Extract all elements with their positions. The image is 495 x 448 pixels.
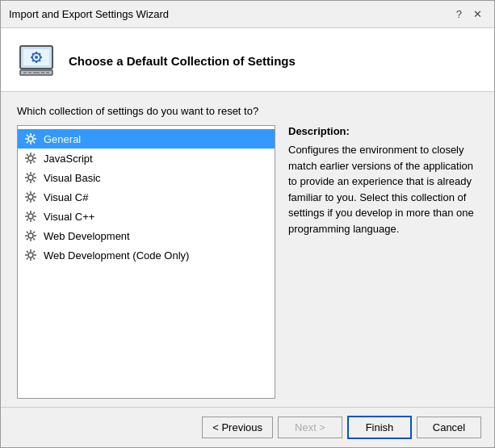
gear-icon: [24, 249, 37, 262]
list-item-label: Visual Basic: [44, 172, 101, 184]
footer: < Previous Next > Finish Cancel: [1, 407, 494, 447]
svg-line-52: [33, 193, 35, 195]
list-item[interactable]: General: [18, 129, 275, 149]
header-title: Choose a Default Collection of Settings: [69, 54, 296, 68]
svg-line-78: [33, 257, 35, 259]
svg-line-17: [32, 60, 34, 61]
list-item[interactable]: Visual C#: [18, 187, 275, 207]
svg-line-32: [27, 154, 28, 156]
list-item-label: Visual C++: [44, 211, 94, 223]
svg-point-36: [28, 175, 33, 180]
svg-line-61: [33, 212, 35, 214]
gear-icon: [24, 191, 37, 203]
settings-icon: [17, 41, 56, 80]
gear-icon: [24, 132, 37, 145]
svg-line-68: [27, 232, 28, 233]
svg-line-59: [27, 212, 28, 214]
svg-rect-4: [28, 72, 31, 73]
svg-line-60: [33, 219, 35, 220]
svg-line-33: [33, 161, 35, 162]
svg-point-54: [28, 214, 33, 219]
description-panel: Description: Configures the environment …: [288, 125, 478, 399]
title-bar: Import and Export Settings Wizard ? ✕: [1, 1, 494, 28]
close-button[interactable]: ✕: [469, 7, 486, 21]
title-bar-left: Import and Export Settings Wizard: [9, 8, 169, 20]
svg-line-35: [27, 161, 28, 162]
header-section: Choose a Default Collection of Settings: [1, 28, 494, 92]
svg-line-15: [39, 60, 40, 61]
list-item-label: General: [44, 133, 81, 145]
gear-icon: [24, 171, 37, 184]
svg-rect-7: [46, 72, 49, 73]
svg-rect-3: [23, 72, 27, 73]
help-button[interactable]: ?: [452, 7, 466, 21]
list-item[interactable]: Web Development (Code Only): [18, 245, 275, 265]
prompt-text: Which collection of settings do you want…: [17, 105, 478, 117]
svg-line-79: [33, 251, 35, 253]
svg-line-42: [33, 180, 35, 182]
list-item-label: Visual C#: [44, 191, 88, 203]
list-item[interactable]: JavaScript: [18, 149, 275, 168]
content-area: Which collection of settings do you want…: [1, 92, 494, 407]
svg-line-77: [27, 251, 28, 253]
list-item[interactable]: Web Development: [18, 226, 275, 245]
svg-line-24: [33, 141, 35, 143]
gear-icon: [24, 152, 37, 165]
next-button[interactable]: Next >: [278, 417, 342, 438]
svg-line-53: [27, 199, 28, 201]
svg-line-51: [33, 199, 35, 201]
svg-line-14: [32, 53, 34, 55]
settings-list[interactable]: GeneralJavaScriptVisual BasicVisual C#Vi…: [17, 125, 275, 399]
svg-line-16: [39, 53, 40, 55]
cancel-button[interactable]: Cancel: [417, 417, 481, 438]
finish-button[interactable]: Finish: [347, 416, 412, 439]
svg-point-9: [35, 56, 38, 59]
svg-line-71: [27, 238, 28, 240]
svg-rect-5: [33, 72, 40, 73]
list-item[interactable]: Visual Basic: [18, 168, 275, 187]
svg-line-62: [27, 219, 28, 220]
svg-rect-6: [41, 72, 44, 73]
svg-line-25: [33, 135, 35, 136]
list-item-label: Web Development (Code Only): [44, 249, 189, 262]
svg-line-34: [33, 154, 35, 156]
title-bar-title: Import and Export Settings Wizard: [9, 8, 169, 20]
svg-line-70: [33, 232, 35, 233]
description-text: Configures the environment to closely ma…: [288, 142, 478, 237]
svg-point-18: [28, 136, 33, 141]
svg-line-41: [27, 174, 28, 175]
list-item-label: Web Development: [44, 230, 130, 242]
previous-button[interactable]: < Previous: [202, 417, 273, 438]
svg-point-72: [28, 253, 33, 257]
gear-icon: [24, 229, 37, 242]
svg-line-80: [27, 257, 28, 259]
svg-line-50: [27, 193, 28, 195]
svg-line-43: [33, 174, 35, 175]
gear-icon: [24, 210, 37, 223]
title-bar-controls: ? ✕: [452, 7, 486, 21]
svg-line-26: [27, 141, 28, 143]
dialog-window: Import and Export Settings Wizard ? ✕: [0, 0, 495, 448]
list-item-label: JavaScript: [44, 153, 93, 165]
svg-point-63: [28, 233, 33, 238]
svg-point-27: [28, 156, 33, 161]
svg-line-23: [27, 135, 28, 136]
main-content: GeneralJavaScriptVisual BasicVisual C#Vi…: [17, 125, 478, 399]
list-item[interactable]: Visual C++: [18, 207, 275, 226]
svg-point-45: [28, 195, 33, 199]
description-label: Description:: [288, 125, 478, 137]
svg-line-69: [33, 238, 35, 240]
svg-line-44: [27, 180, 28, 182]
